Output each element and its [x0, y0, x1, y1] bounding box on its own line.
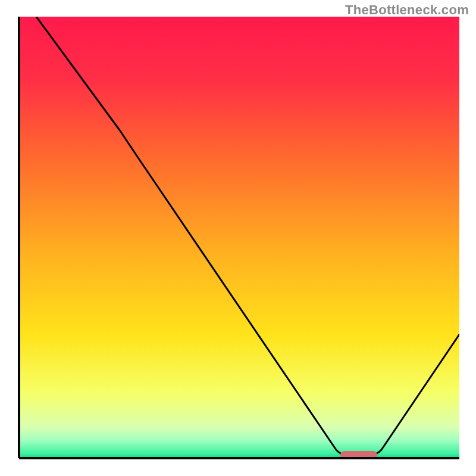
chart-svg [0, 0, 476, 476]
bottleneck-chart: TheBottleneck.com [0, 0, 476, 476]
watermark-text: TheBottleneck.com [345, 2, 469, 18]
